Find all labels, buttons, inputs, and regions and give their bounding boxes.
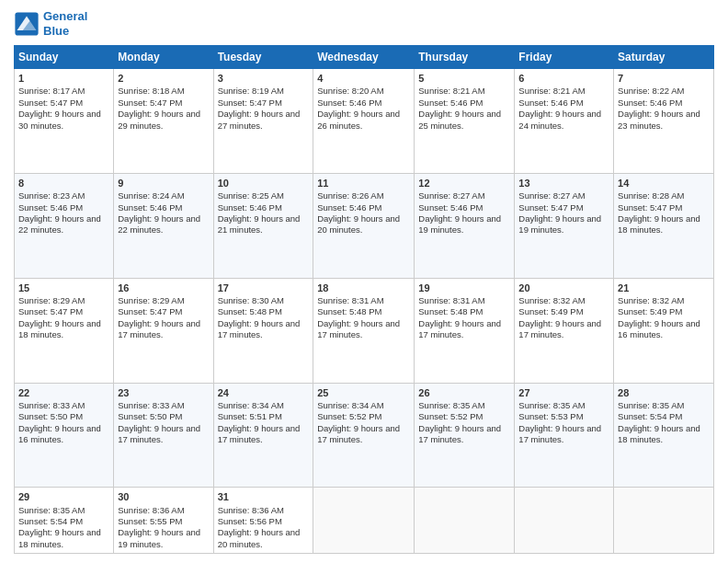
sunset-text: Sunset: 5:46 PM xyxy=(218,202,282,213)
sunrise-text: Sunrise: 8:24 AM xyxy=(118,190,184,201)
calendar-cell: 16 Sunrise: 8:29 AM Sunset: 5:47 PM Dayl… xyxy=(114,278,213,383)
daylight-text: Daylight: 9 hours and 17 minutes. xyxy=(518,423,601,444)
sunrise-text: Sunrise: 8:35 AM xyxy=(518,400,585,410)
day-number: 22 xyxy=(18,386,109,399)
calendar-cell: 2 Sunrise: 8:18 AM Sunset: 5:47 PM Dayli… xyxy=(114,69,213,174)
daylight-text: Daylight: 9 hours and 24 minutes. xyxy=(518,109,601,130)
day-header-monday: Monday xyxy=(114,46,213,69)
sunset-text: Sunset: 5:56 PM xyxy=(218,516,282,526)
header: General Blue xyxy=(14,9,714,38)
calendar-week-row: 22 Sunrise: 8:33 AM Sunset: 5:50 PM Dayl… xyxy=(15,383,714,488)
day-header-tuesday: Tuesday xyxy=(213,46,313,69)
logo-icon xyxy=(14,11,40,37)
calendar-cell: 7 Sunrise: 8:22 AM Sunset: 5:46 PM Dayli… xyxy=(614,69,714,174)
calendar-cell xyxy=(313,488,415,554)
day-number: 18 xyxy=(317,282,410,294)
sunrise-text: Sunrise: 8:36 AM xyxy=(118,505,184,515)
calendar-cell: 24 Sunrise: 8:34 AM Sunset: 5:51 PM Dayl… xyxy=(213,383,313,488)
calendar-header-row: SundayMondayTuesdayWednesdayThursdayFrid… xyxy=(15,46,714,69)
day-number: 28 xyxy=(618,386,710,399)
daylight-text: Daylight: 9 hours and 18 minutes. xyxy=(618,213,700,235)
day-number: 26 xyxy=(418,386,510,399)
day-number: 30 xyxy=(118,490,209,503)
calendar-cell: 15 Sunrise: 8:29 AM Sunset: 5:47 PM Dayl… xyxy=(15,278,114,383)
calendar-cell: 8 Sunrise: 8:23 AM Sunset: 5:46 PM Dayli… xyxy=(15,173,114,278)
sunset-text: Sunset: 5:47 PM xyxy=(518,202,583,213)
sunrise-text: Sunrise: 8:18 AM xyxy=(118,86,184,96)
sunrise-text: Sunrise: 8:31 AM xyxy=(418,295,484,305)
sunrise-text: Sunrise: 8:30 AM xyxy=(218,295,284,305)
daylight-text: Daylight: 9 hours and 16 minutes. xyxy=(618,318,700,339)
day-number: 3 xyxy=(218,72,310,85)
calendar-cell: 27 Sunrise: 8:35 AM Sunset: 5:53 PM Dayl… xyxy=(515,383,614,488)
sunset-text: Sunset: 5:46 PM xyxy=(618,98,682,108)
sunrise-text: Sunrise: 8:27 AM xyxy=(418,190,484,201)
daylight-text: Daylight: 9 hours and 19 minutes. xyxy=(118,527,200,548)
sunset-text: Sunset: 5:48 PM xyxy=(418,306,483,316)
calendar-cell: 14 Sunrise: 8:28 AM Sunset: 5:47 PM Dayl… xyxy=(614,173,714,278)
daylight-text: Daylight: 9 hours and 17 minutes. xyxy=(418,423,501,444)
sunrise-text: Sunrise: 8:31 AM xyxy=(317,295,383,305)
sunrise-text: Sunrise: 8:33 AM xyxy=(18,400,85,410)
sunset-text: Sunset: 5:47 PM xyxy=(218,98,282,108)
daylight-text: Daylight: 9 hours and 17 minutes. xyxy=(118,318,200,339)
sunset-text: Sunset: 5:48 PM xyxy=(218,306,282,316)
day-number: 15 xyxy=(18,282,109,294)
day-number: 11 xyxy=(317,177,410,190)
calendar-cell: 28 Sunrise: 8:35 AM Sunset: 5:54 PM Dayl… xyxy=(614,383,714,488)
calendar-cell: 3 Sunrise: 8:19 AM Sunset: 5:47 PM Dayli… xyxy=(213,69,313,174)
sunrise-text: Sunrise: 8:32 AM xyxy=(618,295,684,305)
day-number: 1 xyxy=(18,72,109,85)
calendar-cell: 4 Sunrise: 8:20 AM Sunset: 5:46 PM Dayli… xyxy=(313,69,415,174)
sunset-text: Sunset: 5:54 PM xyxy=(18,516,83,526)
sunrise-text: Sunrise: 8:34 AM xyxy=(218,400,284,410)
calendar-cell: 30 Sunrise: 8:36 AM Sunset: 5:55 PM Dayl… xyxy=(114,488,213,554)
calendar-cell: 23 Sunrise: 8:33 AM Sunset: 5:50 PM Dayl… xyxy=(114,383,213,488)
day-number: 5 xyxy=(418,72,510,85)
calendar-week-row: 8 Sunrise: 8:23 AM Sunset: 5:46 PM Dayli… xyxy=(15,173,714,278)
day-number: 14 xyxy=(618,177,710,190)
daylight-text: Daylight: 9 hours and 19 minutes. xyxy=(418,213,501,235)
sunrise-text: Sunrise: 8:26 AM xyxy=(317,190,383,201)
calendar-cell xyxy=(415,488,515,554)
day-header-thursday: Thursday xyxy=(415,46,515,69)
day-number: 6 xyxy=(518,72,609,85)
sunset-text: Sunset: 5:49 PM xyxy=(518,306,583,316)
daylight-text: Daylight: 9 hours and 29 minutes. xyxy=(118,109,200,130)
day-header-friday: Friday xyxy=(515,46,614,69)
day-header-wednesday: Wednesday xyxy=(313,46,415,69)
sunset-text: Sunset: 5:50 PM xyxy=(118,411,182,421)
sunrise-text: Sunrise: 8:25 AM xyxy=(218,190,284,201)
sunset-text: Sunset: 5:46 PM xyxy=(317,98,381,108)
sunset-text: Sunset: 5:48 PM xyxy=(317,306,381,316)
sunrise-text: Sunrise: 8:19 AM xyxy=(218,86,284,96)
logo: General Blue xyxy=(14,9,87,38)
daylight-text: Daylight: 9 hours and 17 minutes. xyxy=(418,318,501,339)
calendar-cell: 1 Sunrise: 8:17 AM Sunset: 5:47 PM Dayli… xyxy=(15,69,114,174)
sunset-text: Sunset: 5:47 PM xyxy=(18,98,83,108)
page: General Blue SundayMondayTuesdayWednesda… xyxy=(0,0,728,563)
sunrise-text: Sunrise: 8:35 AM xyxy=(18,505,85,515)
sunrise-text: Sunrise: 8:21 AM xyxy=(418,86,484,96)
calendar-cell: 18 Sunrise: 8:31 AM Sunset: 5:48 PM Dayl… xyxy=(313,278,415,383)
daylight-text: Daylight: 9 hours and 30 minutes. xyxy=(18,109,101,130)
sunrise-text: Sunrise: 8:22 AM xyxy=(618,86,684,96)
day-number: 21 xyxy=(618,282,710,294)
calendar-cell: 19 Sunrise: 8:31 AM Sunset: 5:48 PM Dayl… xyxy=(415,278,515,383)
day-number: 25 xyxy=(317,386,410,399)
sunset-text: Sunset: 5:46 PM xyxy=(418,98,483,108)
day-number: 12 xyxy=(418,177,510,190)
day-number: 27 xyxy=(518,386,609,399)
sunrise-text: Sunrise: 8:32 AM xyxy=(518,295,585,305)
calendar-week-row: 1 Sunrise: 8:17 AM Sunset: 5:47 PM Dayli… xyxy=(15,69,714,174)
day-header-saturday: Saturday xyxy=(614,46,714,69)
day-number: 31 xyxy=(218,490,310,503)
daylight-text: Daylight: 9 hours and 17 minutes. xyxy=(218,318,301,339)
day-number: 24 xyxy=(218,386,310,399)
calendar-cell: 10 Sunrise: 8:25 AM Sunset: 5:46 PM Dayl… xyxy=(213,173,313,278)
day-number: 20 xyxy=(518,282,609,294)
calendar-cell: 25 Sunrise: 8:34 AM Sunset: 5:52 PM Dayl… xyxy=(313,383,415,488)
daylight-text: Daylight: 9 hours and 22 minutes. xyxy=(18,213,101,235)
sunrise-text: Sunrise: 8:20 AM xyxy=(317,86,383,96)
sunrise-text: Sunrise: 8:35 AM xyxy=(618,400,684,410)
